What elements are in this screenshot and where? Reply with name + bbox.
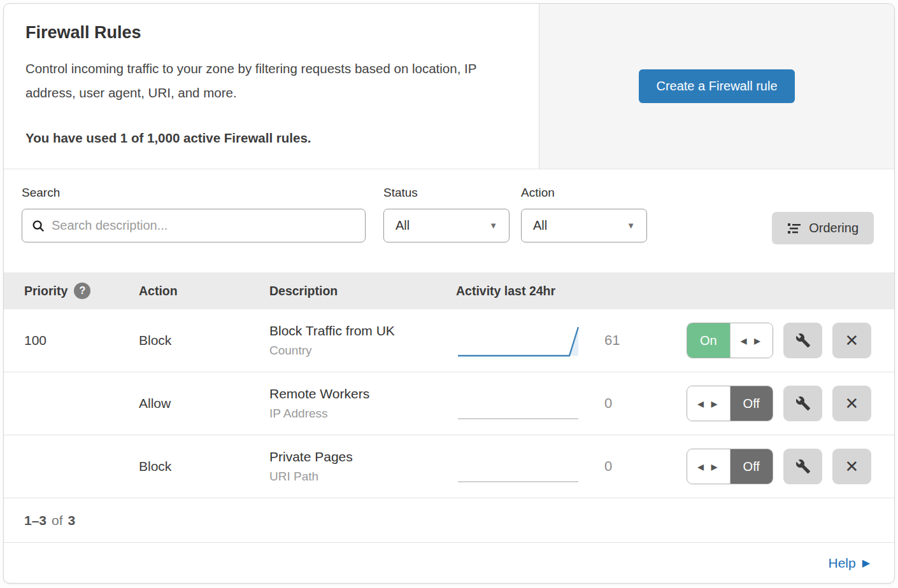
close-icon: ✕	[845, 457, 859, 477]
pagination-of: of	[52, 513, 63, 528]
delete-rule-button[interactable]: ✕	[832, 323, 871, 358]
chevron-down-icon: ▼	[627, 221, 635, 230]
activity-count: 0	[604, 395, 643, 412]
rule-enabled-toggle[interactable]: On ◂ ▸	[687, 323, 773, 358]
wrench-icon	[795, 333, 811, 348]
help-link-label: Help	[828, 556, 855, 571]
delete-rule-button[interactable]: ✕	[832, 386, 871, 421]
action-label: Action	[521, 186, 647, 200]
activity-sparkline	[456, 447, 587, 486]
close-icon: ✕	[845, 394, 859, 414]
status-label: Status	[383, 186, 510, 200]
pagination-range: 1–3	[24, 513, 46, 528]
toggle-off-label: Off	[731, 449, 773, 484]
toggle-drag-handle-icon: ◂ ▸	[687, 386, 731, 421]
rule-enabled-toggle[interactable]: ◂ ▸ Off	[687, 386, 773, 421]
status-dropdown-value: All	[396, 218, 410, 233]
table-row: 100 Block Block Traffic from UK Country …	[4, 309, 894, 372]
toggle-off-label: Off	[731, 386, 773, 421]
rule-enabled-toggle[interactable]: ◂ ▸ Off	[687, 449, 773, 484]
toggle-on-label: On	[687, 323, 730, 358]
search-icon	[31, 219, 45, 233]
rule-action: Allow	[139, 396, 269, 411]
filters-bar: Search Status All ▼ Action All ▼	[4, 169, 894, 272]
firewall-rules-card: Firewall Rules Control incoming traffic …	[3, 3, 895, 584]
column-header-activity: Activity last 24hr	[456, 284, 555, 298]
column-header-description: Description	[269, 284, 338, 298]
header-section: Firewall Rules Control incoming traffic …	[4, 4, 894, 169]
activity-count: 61	[604, 332, 643, 349]
status-dropdown[interactable]: All ▼	[383, 209, 510, 242]
edit-rule-button[interactable]	[783, 386, 822, 421]
help-bar: Help ▶	[4, 543, 894, 583]
table-row: Allow Remote Workers IP Address 0 ◂ ▸ Of…	[4, 372, 894, 435]
help-arrow-icon: ▶	[862, 557, 870, 569]
rule-action: Block	[139, 459, 269, 474]
page-title: Firewall Rules	[25, 23, 517, 43]
search-label: Search	[22, 186, 366, 200]
wrench-icon	[795, 459, 811, 474]
ordering-list-icon	[787, 221, 801, 235]
column-header-priority: Priority	[24, 284, 68, 298]
search-box[interactable]	[22, 209, 366, 242]
search-input[interactable]	[52, 218, 356, 233]
rule-match-type: URI Path	[269, 470, 456, 484]
table-header-row: Priority? Action Description Activity la…	[4, 272, 894, 309]
usage-note: You have used 1 of 1,000 active Firewall…	[25, 130, 517, 146]
rule-priority: 100	[24, 333, 139, 348]
rule-description: Remote Workers	[269, 386, 456, 402]
table-row: Block Private Pages URI Path 0 ◂ ▸ Off	[4, 435, 894, 498]
edit-rule-button[interactable]	[783, 449, 822, 484]
action-dropdown[interactable]: All ▼	[521, 209, 647, 242]
priority-help-icon[interactable]: ?	[74, 283, 90, 299]
delete-rule-button[interactable]: ✕	[832, 449, 871, 484]
rule-action: Block	[139, 333, 269, 348]
rule-description: Private Pages	[269, 449, 456, 465]
page-description: Control incoming traffic to your zone by…	[25, 57, 516, 105]
rule-match-type: IP Address	[269, 407, 456, 421]
rule-match-type: Country	[269, 344, 456, 358]
chevron-down-icon: ▼	[489, 221, 497, 230]
toggle-drag-handle-icon: ◂ ▸	[687, 449, 731, 484]
help-link[interactable]: Help ▶	[828, 556, 870, 571]
activity-sparkline	[456, 384, 587, 423]
create-firewall-rule-button[interactable]: Create a Firewall rule	[639, 69, 794, 103]
edit-rule-button[interactable]	[783, 323, 822, 358]
close-icon: ✕	[845, 331, 859, 351]
create-rule-panel: Create a Firewall rule	[539, 4, 894, 169]
action-dropdown-value: All	[533, 218, 547, 233]
activity-sparkline	[456, 321, 587, 360]
pagination-total: 3	[68, 513, 76, 528]
activity-count: 0	[604, 458, 643, 475]
wrench-icon	[795, 396, 811, 411]
ordering-button[interactable]: Ordering	[772, 212, 874, 244]
toggle-drag-handle-icon: ◂ ▸	[730, 323, 773, 358]
ordering-button-label: Ordering	[809, 221, 859, 235]
pagination-bar: 1–3 of 3	[4, 498, 894, 543]
rule-description: Block Traffic from UK	[269, 323, 456, 339]
column-header-action: Action	[139, 284, 178, 298]
header-text-block: Firewall Rules Control incoming traffic …	[4, 4, 539, 169]
